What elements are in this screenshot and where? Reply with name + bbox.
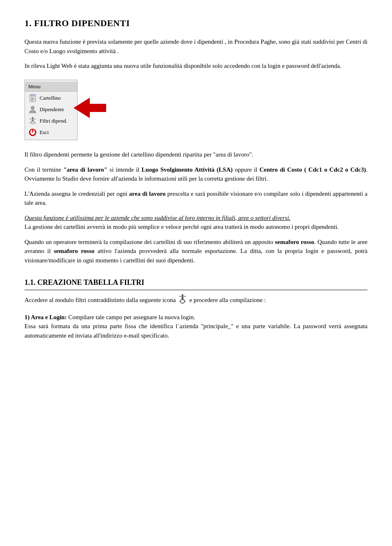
menu-item-dipendente-label: Dipendente <box>40 105 64 114</box>
menu-item-filtri[interactable]: Filtri dipend. <box>25 115 77 127</box>
menu-area: Menu Cartellino Dipe <box>24 76 368 144</box>
subsection-container: 1.1. CREAZIONE TABELLA FILTRI Accedere a… <box>24 277 368 340</box>
filter-icon-inline <box>179 294 186 307</box>
menu-title: Menu <box>25 82 77 92</box>
area-lavoro-bold-2: area di lavoro <box>129 190 166 197</box>
accedere-text-after: e procedere alla compilazione : <box>189 297 266 303</box>
area-login-text: Compilare tale campo per assegnare la nu… <box>24 314 368 339</box>
paragraph-utilissima: Questa funzione è utilissima per le azie… <box>24 213 368 232</box>
semaforo2-bold: semaforo rosso <box>54 248 95 254</box>
paragraph-azienda: L'Azienda assegna le credenziali per ogn… <box>24 189 368 208</box>
menu-item-cartellino-label: Cartellino <box>40 94 61 102</box>
utilissima-underline: Questa funzione è utilissima per le azie… <box>24 215 290 221</box>
menu-item-filtri-label: Filtri dipend. <box>40 117 67 125</box>
page-title: 1. FILTRO DIPENDENTI <box>24 16 368 30</box>
svg-rect-6 <box>32 117 33 122</box>
paragraph-accedere: Accedere al modulo filtri contraddistint… <box>24 294 368 307</box>
document-icon <box>28 94 37 103</box>
person-icon <box>28 105 37 114</box>
semaforo1-bold: semaforo rosso <box>275 239 314 245</box>
paragraph-quando: Quando un operatore terminerà la compila… <box>24 237 368 265</box>
subsection-title: 1.1. CREAZIONE TABELLA FILTRI <box>24 277 368 290</box>
intro-paragraph-2: In rileva Light Web è stata aggiunta una… <box>24 61 368 71</box>
svg-rect-1 <box>30 94 36 96</box>
area-login-label: 1) Area e Login: <box>24 314 67 320</box>
paragraph-filtro: Il filtro dipendenti permette la gestion… <box>24 150 368 159</box>
menu-item-cartellino[interactable]: Cartellino <box>25 92 77 104</box>
paragraph-con: Con il termine "area di lavoro" si inten… <box>24 165 368 183</box>
centro-di-costo-bold: Centro di Costo ( Cdc1 o Cdc2 o Cdc3) <box>259 166 366 173</box>
con-text-start: Con il termine "area di lavoro" si inten… <box>24 166 368 182</box>
power-icon <box>28 128 37 137</box>
filter-icon <box>28 116 37 125</box>
svg-point-5 <box>31 106 34 110</box>
menu-item-esci-label: Esci <box>40 128 49 136</box>
area-lavoro-bold: "area di lavoro" <box>63 166 107 173</box>
menu-item-esci[interactable]: Esci <box>25 127 77 138</box>
accedere-text-before: Accedere al modulo filtri contraddistint… <box>24 297 176 303</box>
menu-box: Menu Cartellino Dipe <box>24 80 78 141</box>
menu-item-dipendente[interactable]: Dipendente <box>25 104 77 115</box>
intro-paragraph-1: Questa nuova funzione è prevista solamen… <box>24 37 368 56</box>
lsa-bold: Luogo Svolgimento Attività (LSA) <box>142 166 233 173</box>
svg-marker-14 <box>74 98 106 118</box>
red-arrow <box>74 98 106 118</box>
paragraph-area-login: 1) Area e Login: Compilare tale campo pe… <box>24 313 368 340</box>
